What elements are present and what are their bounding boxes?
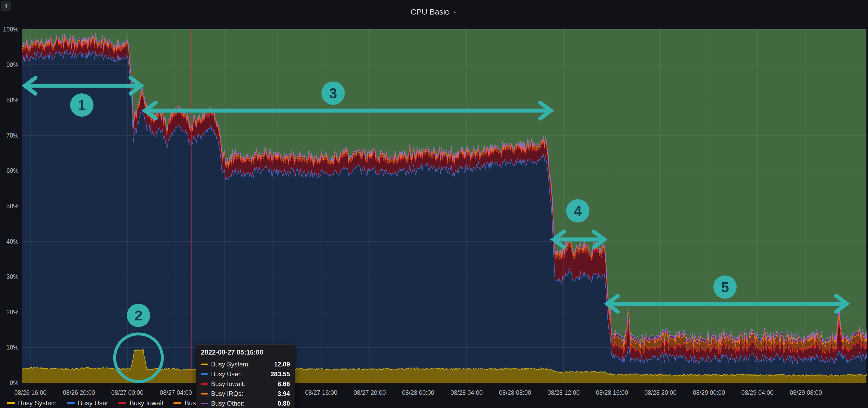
- y-axis-labels: 0%10%20%30%40%50%60%70%80%90%100%: [3, 26, 19, 386]
- svg-text:0%: 0%: [10, 379, 19, 386]
- tooltip-label: Busy User:: [211, 370, 242, 378]
- legend-label: Busy User: [78, 399, 108, 407]
- legend-item-busy-iowait[interactable]: Busy Iowait: [118, 399, 163, 407]
- legend-swatch-busy-irqs: [174, 402, 181, 404]
- tooltip-label: Busy System:: [211, 361, 250, 368]
- x-axis-labels: 08/26 16:0008/26 20:0008/27 00:0008/27 0…: [14, 389, 822, 396]
- legend-item-busy-user[interactable]: Busy User: [67, 399, 108, 407]
- tooltip-value: 3.94: [278, 390, 290, 398]
- legend-swatch-busy-iowait: [118, 402, 126, 404]
- panel-header: i CPU Basic ⌄: [0, 0, 868, 24]
- chart-tooltip: 2022-08-27 05:16:00 Busy System: 12.09 B…: [196, 344, 295, 408]
- svg-text:80%: 80%: [6, 97, 19, 103]
- svg-text:60%: 60%: [6, 167, 19, 174]
- svg-text:08/26 20:00: 08/26 20:00: [63, 389, 95, 396]
- svg-text:08/29 04:00: 08/29 04:00: [741, 389, 773, 396]
- tooltip-value: 12.09: [274, 361, 290, 368]
- tooltip-timestamp: 2022-08-27 05:16:00: [201, 348, 290, 356]
- legend-label: Busy Iowait: [129, 399, 163, 407]
- svg-text:08/27 04:00: 08/27 04:00: [160, 389, 192, 396]
- legend-item-busy-system[interactable]: Busy System: [7, 399, 57, 407]
- tooltip-row: Busy Other: 0.80: [201, 399, 290, 408]
- svg-text:10%: 10%: [6, 344, 19, 351]
- svg-text:100%: 100%: [3, 26, 19, 33]
- series-swatch-busy-iowait: [201, 383, 208, 385]
- series-swatch-busy-user: [201, 373, 208, 375]
- svg-text:90%: 90%: [6, 61, 19, 68]
- chart-canvas[interactable]: 0%10%20%30%40%50%60%70%80%90%100%08/26 1…: [0, 0, 868, 408]
- svg-text:08/27 20:00: 08/27 20:00: [353, 389, 386, 396]
- cpu-usage-chart: 0%10%20%30%40%50%60%70%80%90%100%08/26 1…: [0, 0, 868, 408]
- tooltip-label: Busy Iowait:: [211, 380, 245, 387]
- series-swatch-busy-other: [201, 403, 208, 404]
- chevron-down-icon: ⌄: [452, 7, 458, 14]
- svg-text:08/28 16:00: 08/28 16:00: [596, 389, 628, 396]
- svg-text:08/29 00:00: 08/29 00:00: [693, 389, 725, 396]
- legend-swatch-busy-user: [67, 402, 75, 404]
- svg-text:08/26 16:00: 08/26 16:00: [14, 389, 46, 396]
- tooltip-row: Busy Iowait: 8.66: [201, 379, 290, 389]
- svg-text:08/28 08:00: 08/28 08:00: [499, 389, 531, 396]
- panel-info-icon[interactable]: i: [1, 1, 11, 11]
- legend-swatch-busy-system: [7, 402, 15, 404]
- tooltip-value: 8.66: [278, 380, 290, 387]
- legend-label: Busy System: [18, 399, 57, 407]
- svg-text:40%: 40%: [6, 238, 19, 245]
- svg-text:70%: 70%: [6, 132, 19, 139]
- svg-text:08/27 16:00: 08/27 16:00: [305, 389, 337, 396]
- svg-text:08/28 20:00: 08/28 20:00: [644, 389, 677, 396]
- svg-text:50%: 50%: [6, 203, 19, 210]
- svg-text:08/28 00:00: 08/28 00:00: [402, 389, 434, 396]
- svg-text:08/27 00:00: 08/27 00:00: [111, 389, 144, 396]
- svg-text:08/28 04:00: 08/28 04:00: [451, 389, 483, 396]
- panel-title-text: CPU Basic: [411, 7, 449, 16]
- tooltip-row: Busy IRQs: 3.94: [201, 389, 290, 399]
- legend: Busy System Busy User Busy Iowait Busy I…: [7, 398, 216, 408]
- tooltip-label: Busy Other:: [211, 400, 245, 407]
- tooltip-label: Busy IRQs:: [211, 390, 243, 398]
- svg-text:20%: 20%: [6, 309, 19, 316]
- cpu-basic-panel: 0%10%20%30%40%50%60%70%80%90%100%08/26 1…: [0, 0, 868, 408]
- series-swatch-busy-irqs: [201, 393, 208, 395]
- tooltip-value: 0.80: [278, 400, 290, 407]
- info-icon: i: [5, 3, 7, 10]
- svg-text:08/29 08:00: 08/29 08:00: [789, 389, 822, 396]
- tooltip-row: Busy System: 12.09: [201, 359, 290, 369]
- tooltip-value: 283.55: [271, 370, 290, 378]
- panel-title[interactable]: CPU Basic ⌄: [411, 7, 458, 16]
- tooltip-row: Busy User: 283.55: [201, 369, 290, 379]
- series-swatch-busy-system: [201, 364, 208, 365]
- svg-text:08/28 12:00: 08/28 12:00: [547, 389, 580, 396]
- svg-text:30%: 30%: [6, 273, 19, 280]
